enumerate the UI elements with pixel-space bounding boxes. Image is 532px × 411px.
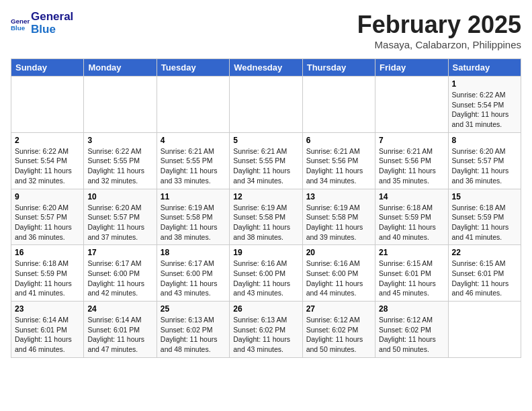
calendar-day-cell: 7Sunrise: 6:21 AM Sunset: 5:56 PM Daylig… xyxy=(375,132,448,189)
day-number: 15 xyxy=(452,192,517,201)
calendar-day-cell: 12Sunrise: 6:19 AM Sunset: 5:58 PM Dayli… xyxy=(230,189,302,245)
calendar-day-cell xyxy=(157,77,229,133)
day-info: Sunrise: 6:12 AM Sunset: 6:02 PM Dayligh… xyxy=(379,315,444,355)
day-info: Sunrise: 6:18 AM Sunset: 5:59 PM Dayligh… xyxy=(379,203,444,242)
day-number: 22 xyxy=(452,248,517,257)
day-number: 28 xyxy=(379,304,444,314)
calendar-day-cell: 27Sunrise: 6:12 AM Sunset: 6:02 PM Dayli… xyxy=(302,302,375,358)
day-number: 2 xyxy=(15,136,80,145)
day-number: 7 xyxy=(379,136,444,145)
calendar-day-cell: 13Sunrise: 6:19 AM Sunset: 5:58 PM Dayli… xyxy=(302,189,375,245)
day-number: 13 xyxy=(306,192,371,201)
calendar-day-cell: 16Sunrise: 6:18 AM Sunset: 5:59 PM Dayli… xyxy=(11,245,84,302)
calendar-day-cell: 14Sunrise: 6:18 AM Sunset: 5:59 PM Dayli… xyxy=(375,189,448,245)
calendar-day-cell: 18Sunrise: 6:17 AM Sunset: 6:00 PM Dayli… xyxy=(157,245,229,302)
calendar-day-cell: 8Sunrise: 6:20 AM Sunset: 5:57 PM Daylig… xyxy=(448,132,521,189)
day-info: Sunrise: 6:15 AM Sunset: 6:01 PM Dayligh… xyxy=(452,259,517,298)
day-info: Sunrise: 6:21 AM Sunset: 5:55 PM Dayligh… xyxy=(161,146,226,186)
calendar-day-cell xyxy=(302,77,375,133)
day-number: 19 xyxy=(233,248,298,257)
calendar-day-cell xyxy=(375,77,448,133)
weekday-header-cell: Monday xyxy=(84,59,157,77)
calendar-day-cell: 23Sunrise: 6:14 AM Sunset: 6:01 PM Dayli… xyxy=(11,302,84,358)
day-number: 8 xyxy=(452,136,517,145)
day-number: 16 xyxy=(15,248,80,257)
day-info: Sunrise: 6:19 AM Sunset: 5:58 PM Dayligh… xyxy=(306,203,371,242)
day-number: 4 xyxy=(161,136,226,145)
title-block: February 2025 Masaya, Calabarzon, Philip… xyxy=(357,11,521,50)
day-number: 6 xyxy=(306,136,371,145)
weekday-header-cell: Tuesday xyxy=(157,59,229,77)
logo-blue: Blue xyxy=(31,24,73,36)
svg-text:Blue: Blue xyxy=(11,24,26,31)
day-number: 9 xyxy=(15,192,80,201)
day-number: 23 xyxy=(15,304,80,314)
calendar-day-cell: 17Sunrise: 6:17 AM Sunset: 6:00 PM Dayli… xyxy=(84,245,157,302)
day-number: 12 xyxy=(233,192,298,201)
day-info: Sunrise: 6:19 AM Sunset: 5:58 PM Dayligh… xyxy=(233,203,298,242)
logo: General Blue General Blue xyxy=(11,11,73,36)
weekday-header-cell: Sunday xyxy=(11,59,84,77)
calendar-day-cell: 5Sunrise: 6:21 AM Sunset: 5:55 PM Daylig… xyxy=(230,132,302,189)
calendar-day-cell: 21Sunrise: 6:15 AM Sunset: 6:01 PM Dayli… xyxy=(375,245,448,302)
day-number: 14 xyxy=(379,192,444,201)
day-number: 20 xyxy=(306,248,371,257)
calendar-week-row: 2Sunrise: 6:22 AM Sunset: 5:54 PM Daylig… xyxy=(11,132,521,189)
day-info: Sunrise: 6:14 AM Sunset: 6:01 PM Dayligh… xyxy=(87,315,152,355)
day-info: Sunrise: 6:13 AM Sunset: 6:02 PM Dayligh… xyxy=(233,315,298,355)
weekday-header-cell: Saturday xyxy=(448,59,521,77)
day-info: Sunrise: 6:17 AM Sunset: 6:00 PM Dayligh… xyxy=(161,259,226,298)
day-info: Sunrise: 6:17 AM Sunset: 6:00 PM Dayligh… xyxy=(87,259,152,298)
day-info: Sunrise: 6:20 AM Sunset: 5:57 PM Dayligh… xyxy=(15,203,80,242)
day-info: Sunrise: 6:16 AM Sunset: 6:00 PM Dayligh… xyxy=(306,259,371,298)
day-number: 18 xyxy=(161,248,226,257)
calendar-day-cell: 2Sunrise: 6:22 AM Sunset: 5:54 PM Daylig… xyxy=(11,132,84,189)
day-info: Sunrise: 6:14 AM Sunset: 6:01 PM Dayligh… xyxy=(15,315,80,355)
weekday-header-cell: Wednesday xyxy=(230,59,302,77)
calendar-day-cell: 4Sunrise: 6:21 AM Sunset: 5:55 PM Daylig… xyxy=(157,132,229,189)
day-number: 21 xyxy=(379,248,444,257)
day-info: Sunrise: 6:15 AM Sunset: 6:01 PM Dayligh… xyxy=(379,259,444,298)
calendar-week-row: 23Sunrise: 6:14 AM Sunset: 6:01 PM Dayli… xyxy=(11,302,521,358)
calendar-day-cell: 19Sunrise: 6:16 AM Sunset: 6:00 PM Dayli… xyxy=(230,245,302,302)
calendar-day-cell: 25Sunrise: 6:13 AM Sunset: 6:02 PM Dayli… xyxy=(157,302,229,358)
day-info: Sunrise: 6:22 AM Sunset: 5:55 PM Dayligh… xyxy=(87,146,152,186)
calendar-day-cell xyxy=(84,77,157,133)
day-info: Sunrise: 6:16 AM Sunset: 6:00 PM Dayligh… xyxy=(233,259,298,298)
calendar-day-cell: 22Sunrise: 6:15 AM Sunset: 6:01 PM Dayli… xyxy=(448,245,521,302)
calendar-day-cell: 26Sunrise: 6:13 AM Sunset: 6:02 PM Dayli… xyxy=(230,302,302,358)
day-number: 17 xyxy=(87,248,152,257)
weekday-header-cell: Thursday xyxy=(302,59,375,77)
day-number: 10 xyxy=(87,192,152,201)
calendar-week-row: 1Sunrise: 6:22 AM Sunset: 5:54 PM Daylig… xyxy=(11,77,521,133)
main-title: February 2025 xyxy=(357,11,521,39)
day-info: Sunrise: 6:19 AM Sunset: 5:58 PM Dayligh… xyxy=(161,203,226,242)
calendar-day-cell xyxy=(448,302,521,358)
day-info: Sunrise: 6:20 AM Sunset: 5:57 PM Dayligh… xyxy=(452,146,517,186)
day-info: Sunrise: 6:21 AM Sunset: 5:55 PM Dayligh… xyxy=(233,146,298,186)
calendar-day-cell xyxy=(11,77,84,133)
calendar-day-cell: 9Sunrise: 6:20 AM Sunset: 5:57 PM Daylig… xyxy=(11,189,84,245)
logo-icon: General Blue xyxy=(11,14,30,33)
calendar-week-row: 9Sunrise: 6:20 AM Sunset: 5:57 PM Daylig… xyxy=(11,189,521,245)
calendar-day-cell: 11Sunrise: 6:19 AM Sunset: 5:58 PM Dayli… xyxy=(157,189,229,245)
calendar-day-cell xyxy=(230,77,302,133)
calendar-day-cell: 15Sunrise: 6:18 AM Sunset: 5:59 PM Dayli… xyxy=(448,189,521,245)
header-section: General Blue General Blue February 2025 … xyxy=(11,11,521,50)
subtitle: Masaya, Calabarzon, Philippines xyxy=(357,39,521,50)
day-number: 3 xyxy=(87,136,152,145)
day-info: Sunrise: 6:12 AM Sunset: 6:02 PM Dayligh… xyxy=(306,315,371,355)
calendar-day-cell: 28Sunrise: 6:12 AM Sunset: 6:02 PM Dayli… xyxy=(375,302,448,358)
day-number: 11 xyxy=(161,192,226,201)
day-info: Sunrise: 6:22 AM Sunset: 5:54 PM Dayligh… xyxy=(15,146,80,186)
day-number: 25 xyxy=(161,304,226,314)
calendar-day-cell: 24Sunrise: 6:14 AM Sunset: 6:01 PM Dayli… xyxy=(84,302,157,358)
calendar-table: SundayMondayTuesdayWednesdayThursdayFrid… xyxy=(11,58,521,358)
day-info: Sunrise: 6:20 AM Sunset: 5:57 PM Dayligh… xyxy=(87,203,152,242)
day-number: 24 xyxy=(87,304,152,314)
calendar-body: 1Sunrise: 6:22 AM Sunset: 5:54 PM Daylig… xyxy=(11,77,521,358)
day-number: 27 xyxy=(306,304,371,314)
day-number: 1 xyxy=(452,79,517,89)
calendar-day-cell: 1Sunrise: 6:22 AM Sunset: 5:54 PM Daylig… xyxy=(448,77,521,133)
day-info: Sunrise: 6:21 AM Sunset: 5:56 PM Dayligh… xyxy=(306,146,371,186)
